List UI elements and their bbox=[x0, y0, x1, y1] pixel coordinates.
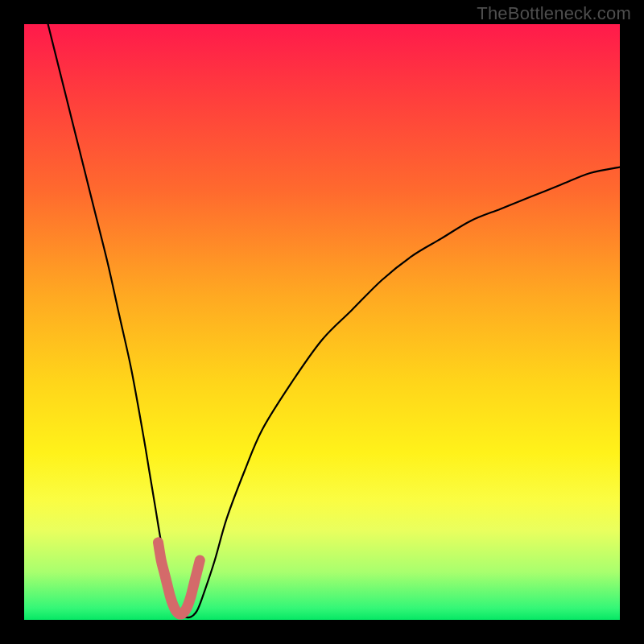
watermark-text: TheBottleneck.com bbox=[477, 3, 631, 24]
chart-plot-area bbox=[24, 24, 620, 620]
optimal-zone-path bbox=[159, 543, 200, 614]
bottleneck-curve-svg bbox=[24, 24, 620, 620]
bottleneck-curve-path bbox=[48, 24, 620, 617]
